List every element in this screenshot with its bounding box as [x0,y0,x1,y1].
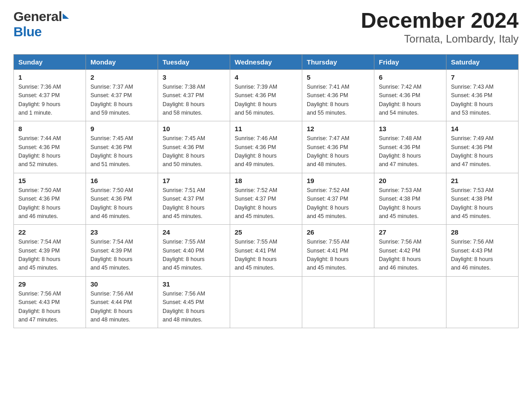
table-row: 16Sunrise: 7:50 AMSunset: 4:36 PMDayligh… [86,173,158,225]
day-number: 4 [235,73,297,81]
day-number: 20 [379,177,442,184]
table-row: 20Sunrise: 7:53 AMSunset: 4:38 PMDayligh… [374,173,446,225]
page-header: General Blue December 2024 Tornata, Lomb… [13,9,519,45]
table-row: 7Sunrise: 7:43 AMSunset: 4:36 PMDaylight… [446,69,519,121]
calendar-table: Sunday Monday Tuesday Wednesday Thursday… [13,54,519,329]
day-info: Sunrise: 7:44 AMSunset: 4:36 PMDaylight:… [18,134,81,169]
day-number: 9 [90,125,153,133]
day-number: 13 [379,125,442,133]
day-info: Sunrise: 7:37 AMSunset: 4:37 PMDaylight:… [90,83,153,118]
day-number: 11 [235,125,297,133]
day-info: Sunrise: 7:55 AMSunset: 4:41 PMDaylight:… [307,238,369,273]
table-row: 8Sunrise: 7:44 AMSunset: 4:36 PMDaylight… [14,121,86,173]
day-number: 30 [90,280,153,288]
table-row: 26Sunrise: 7:55 AMSunset: 4:41 PMDayligh… [302,225,374,277]
col-wednesday: Wednesday [230,54,302,69]
day-number: 2 [90,73,153,81]
day-info: Sunrise: 7:56 AMSunset: 4:43 PMDaylight:… [451,238,514,273]
day-info: Sunrise: 7:46 AMSunset: 4:36 PMDaylight:… [235,134,297,169]
day-number: 22 [18,228,81,236]
day-number: 17 [163,177,225,184]
day-number: 23 [90,228,153,236]
title-block: December 2024 Tornata, Lombardy, Italy [361,9,519,45]
day-number: 8 [18,125,81,133]
col-saturday: Saturday [446,54,519,69]
table-row: 24Sunrise: 7:55 AMSunset: 4:40 PMDayligh… [158,225,230,277]
calendar-week-row: 8Sunrise: 7:44 AMSunset: 4:36 PMDaylight… [14,121,519,173]
day-info: Sunrise: 7:41 AMSunset: 4:36 PMDaylight:… [307,83,369,118]
table-row: 30Sunrise: 7:56 AMSunset: 4:44 PMDayligh… [86,276,158,328]
table-row: 23Sunrise: 7:54 AMSunset: 4:39 PMDayligh… [86,225,158,277]
day-info: Sunrise: 7:56 AMSunset: 4:42 PMDaylight:… [379,238,442,273]
day-info: Sunrise: 7:36 AMSunset: 4:37 PMDaylight:… [18,83,81,118]
day-info: Sunrise: 7:50 AMSunset: 4:36 PMDaylight:… [18,186,81,221]
table-row [374,276,446,328]
table-row: 6Sunrise: 7:42 AMSunset: 4:36 PMDaylight… [374,69,446,121]
calendar-header-row: Sunday Monday Tuesday Wednesday Thursday… [14,54,519,69]
table-row: 10Sunrise: 7:45 AMSunset: 4:36 PMDayligh… [158,121,230,173]
day-number: 12 [307,125,369,133]
day-info: Sunrise: 7:52 AMSunset: 4:37 PMDaylight:… [235,186,297,221]
table-row [230,276,302,328]
day-number: 7 [451,73,514,81]
day-info: Sunrise: 7:42 AMSunset: 4:36 PMDaylight:… [379,83,442,118]
day-number: 21 [451,177,514,184]
logo-general: General [13,9,62,24]
calendar-week-row: 15Sunrise: 7:50 AMSunset: 4:36 PMDayligh… [14,173,519,225]
day-number: 10 [163,125,225,133]
calendar-subtitle: Tornata, Lombardy, Italy [361,33,519,45]
day-info: Sunrise: 7:39 AMSunset: 4:36 PMDaylight:… [235,83,297,118]
col-tuesday: Tuesday [158,54,230,69]
day-info: Sunrise: 7:54 AMSunset: 4:39 PMDaylight:… [90,238,153,273]
table-row: 31Sunrise: 7:56 AMSunset: 4:45 PMDayligh… [158,276,230,328]
day-info: Sunrise: 7:45 AMSunset: 4:36 PMDaylight:… [163,134,225,169]
day-number: 25 [235,228,297,236]
table-row: 18Sunrise: 7:52 AMSunset: 4:37 PMDayligh… [230,173,302,225]
table-row: 12Sunrise: 7:47 AMSunset: 4:36 PMDayligh… [302,121,374,173]
day-number: 28 [451,228,514,236]
day-number: 5 [307,73,369,81]
day-number: 26 [307,228,369,236]
table-row [302,276,374,328]
calendar-title: December 2024 [361,9,519,33]
calendar-week-row: 1Sunrise: 7:36 AMSunset: 4:37 PMDaylight… [14,69,519,121]
day-info: Sunrise: 7:48 AMSunset: 4:36 PMDaylight:… [379,134,442,169]
table-row: 22Sunrise: 7:54 AMSunset: 4:39 PMDayligh… [14,225,86,277]
table-row: 27Sunrise: 7:56 AMSunset: 4:42 PMDayligh… [374,225,446,277]
day-info: Sunrise: 7:43 AMSunset: 4:36 PMDaylight:… [451,83,514,118]
day-info: Sunrise: 7:49 AMSunset: 4:36 PMDaylight:… [451,134,514,169]
table-row [446,276,519,328]
table-row: 11Sunrise: 7:46 AMSunset: 4:36 PMDayligh… [230,121,302,173]
day-number: 27 [379,228,442,236]
logo: General Blue [13,9,69,39]
table-row: 17Sunrise: 7:51 AMSunset: 4:37 PMDayligh… [158,173,230,225]
day-info: Sunrise: 7:50 AMSunset: 4:36 PMDaylight:… [90,186,153,221]
day-info: Sunrise: 7:56 AMSunset: 4:44 PMDaylight:… [90,290,153,325]
table-row: 9Sunrise: 7:45 AMSunset: 4:36 PMDaylight… [86,121,158,173]
day-number: 16 [90,177,153,184]
col-monday: Monday [86,54,158,69]
day-info: Sunrise: 7:38 AMSunset: 4:37 PMDaylight:… [163,83,225,118]
day-number: 3 [163,73,225,81]
day-info: Sunrise: 7:45 AMSunset: 4:36 PMDaylight:… [90,134,153,169]
table-row: 14Sunrise: 7:49 AMSunset: 4:36 PMDayligh… [446,121,519,173]
table-row: 3Sunrise: 7:38 AMSunset: 4:37 PMDaylight… [158,69,230,121]
day-info: Sunrise: 7:56 AMSunset: 4:45 PMDaylight:… [163,290,225,325]
day-number: 24 [163,228,225,236]
day-info: Sunrise: 7:56 AMSunset: 4:43 PMDaylight:… [18,290,81,325]
day-number: 31 [163,280,225,288]
calendar-week-row: 22Sunrise: 7:54 AMSunset: 4:39 PMDayligh… [14,225,519,277]
day-info: Sunrise: 7:54 AMSunset: 4:39 PMDaylight:… [18,238,81,273]
table-row: 21Sunrise: 7:53 AMSunset: 4:38 PMDayligh… [446,173,519,225]
table-row: 19Sunrise: 7:52 AMSunset: 4:37 PMDayligh… [302,173,374,225]
table-row: 29Sunrise: 7:56 AMSunset: 4:43 PMDayligh… [14,276,86,328]
day-info: Sunrise: 7:53 AMSunset: 4:38 PMDaylight:… [379,186,442,221]
logo-arrow-icon [63,13,69,19]
table-row: 25Sunrise: 7:55 AMSunset: 4:41 PMDayligh… [230,225,302,277]
table-row: 13Sunrise: 7:48 AMSunset: 4:36 PMDayligh… [374,121,446,173]
table-row: 1Sunrise: 7:36 AMSunset: 4:37 PMDaylight… [14,69,86,121]
day-number: 18 [235,177,297,184]
table-row: 5Sunrise: 7:41 AMSunset: 4:36 PMDaylight… [302,69,374,121]
day-info: Sunrise: 7:55 AMSunset: 4:41 PMDaylight:… [235,238,297,273]
day-number: 19 [307,177,369,184]
